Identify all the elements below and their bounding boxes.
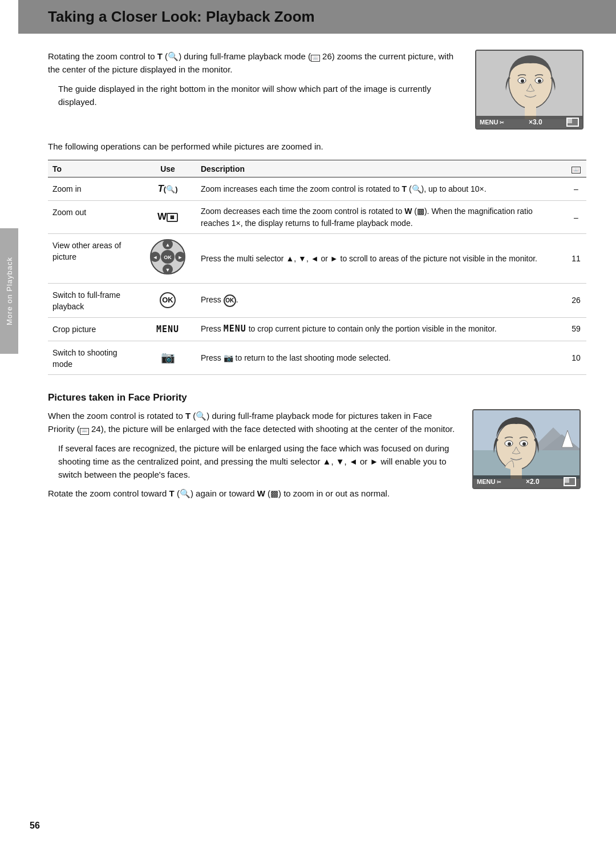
svg-point-23 <box>508 442 511 446</box>
book-icon-header: 📖 <box>572 167 581 173</box>
ok-inline-icon: OK <box>224 294 236 307</box>
t-zoom-icon: T <box>157 183 163 194</box>
row-to-shooting: Switch to shooting mode <box>48 341 139 375</box>
row-desc-zoom-in: Zoom increases each time the zoom contro… <box>196 177 566 201</box>
camera-bottom-bar-1: MENU ✂ ×3.0 <box>476 116 582 128</box>
face-priority-para2: If several faces are recognized, the pic… <box>58 442 459 482</box>
menu-label-2: MENU ✂ <box>477 478 501 485</box>
svg-text:▼: ▼ <box>165 267 171 273</box>
row-to-zoom-in: Zoom in <box>48 177 139 201</box>
multi-selector-svg: ▲ ▼ ◄ ► <box>149 239 186 275</box>
w-face-para3: W <box>257 488 265 498</box>
thumb-nav-2 <box>564 477 576 486</box>
side-tab: More on Playback <box>0 228 18 354</box>
multi-selector-icon: ▲ ▼ ◄ ► <box>149 239 186 275</box>
book-ref-icon: 📖 <box>311 55 320 62</box>
intro-para2: The guide displayed in the right bottom … <box>58 82 459 109</box>
svg-point-21 <box>496 422 536 470</box>
row-desc-zoom-out: Zoom decreases each time the zoom contro… <box>196 201 566 234</box>
menu-inline-icon: MENU <box>224 324 246 334</box>
row-use-crop: MENU <box>139 317 196 341</box>
svg-text:►: ► <box>178 255 183 260</box>
row-use-zoom-out: W▩ <box>139 201 196 234</box>
svg-text:OK: OK <box>164 255 172 260</box>
thumb-highlight-2 <box>565 478 569 483</box>
face-illustration-1 <box>476 51 583 119</box>
ok-button-icon: OK <box>160 292 176 308</box>
face-priority-content: When the zoom control is rotated to T (🔍… <box>48 409 586 506</box>
intro-section: Rotating the zoom control to T (🔍) durin… <box>48 50 586 130</box>
row-use-zoom-in: T(🔍) <box>139 177 196 201</box>
table-header-row: To Use Description 📖 <box>48 160 586 177</box>
svg-text:▲: ▲ <box>165 242 171 248</box>
intro-image-container: MENU ✂ ×3.0 <box>472 50 586 130</box>
row-to-zoom-out: Zoom out <box>48 201 139 234</box>
face-priority-title: Pictures taken in Face Priority <box>48 392 586 403</box>
t-face-inline: T <box>185 411 191 421</box>
face-priority-section: Pictures taken in Face Priority When the… <box>48 392 586 506</box>
svg-text:◄: ◄ <box>153 255 158 260</box>
col-header-to: To <box>48 160 139 177</box>
face-priority-image-container: MENU ✂ ×2.0 <box>472 409 586 506</box>
side-tab-label: More on Playback <box>5 257 14 325</box>
face-priority-text: When the zoom control is rotated to T (🔍… <box>48 409 459 506</box>
page-number: 56 <box>30 821 40 831</box>
row-ref-zoom-out: – <box>566 201 586 234</box>
col-header-description: Description <box>196 160 566 177</box>
row-use-view-areas: ▲ ▼ ◄ ► <box>139 233 196 283</box>
intro-text: Rotating the zoom control to T (🔍) durin… <box>48 50 459 130</box>
w-inline: W <box>404 207 412 216</box>
row-desc-view-areas: Press the multi selector ▲, ▼, ◄ or ► to… <box>196 233 566 283</box>
row-to-full-frame: Switch to full-frame playback <box>48 284 139 318</box>
table-row: Zoom out W▩ Zoom decreases each time the… <box>48 201 586 234</box>
svg-point-25 <box>522 442 526 446</box>
row-ref-full-frame: 26 <box>566 284 586 318</box>
table-row: Crop picture MENU Press MENU to crop cur… <box>48 317 586 341</box>
menu-label-1: MENU ✂ <box>480 119 504 126</box>
row-ref-zoom-in: – <box>566 177 586 201</box>
book-ref-face: 📖 <box>80 428 89 435</box>
camera-display-1: MENU ✂ ×3.0 <box>475 50 583 130</box>
svg-point-3 <box>521 79 524 83</box>
w-zoom-icon: W <box>157 211 167 222</box>
col-header-ref: 📖 <box>566 160 586 177</box>
operations-intro-text: The following operations can be performe… <box>48 140 586 153</box>
table-row: View other areas of picture ▲ <box>48 233 586 283</box>
operations-table: To Use Description 📖 Zoom in T(🔍) Zo <box>48 160 586 375</box>
page-title: Taking a Closer Look: Playback Zoom <box>48 8 586 26</box>
row-to-crop: Crop picture <box>48 317 139 341</box>
t-inline: T <box>402 184 407 193</box>
title-bar: Taking a Closer Look: Playback Zoom <box>18 0 616 34</box>
camera-screen-1: MENU ✂ ×3.0 <box>475 50 583 130</box>
row-desc-crop: Press MENU to crop current picture to co… <box>196 317 566 341</box>
col-header-use: Use <box>139 160 196 177</box>
row-ref-shooting: 10 <box>566 341 586 375</box>
shutter-inline-icon: 📷 <box>224 353 233 362</box>
table-row: Switch to full-frame playback OK Press O… <box>48 284 586 318</box>
zoom-in-symbol: (🔍) <box>164 185 178 193</box>
zoom-level-2: ×2.0 <box>526 478 540 486</box>
thumb-nav-1 <box>566 118 579 127</box>
row-use-full-frame: OK <box>139 284 196 318</box>
row-desc-shooting: Press 📷 to return to the last shooting m… <box>196 341 566 375</box>
zoom-search-symbol: 🔍 <box>168 51 179 61</box>
camera-display-2: MENU ✂ ×2.0 <box>472 409 581 489</box>
w-sub-icon: ▩ <box>167 213 178 222</box>
row-use-shooting: 📷 <box>139 341 196 375</box>
table-row: Switch to shooting mode 📷 Press 📷 to ret… <box>48 341 586 375</box>
table-row: Zoom in T(🔍) Zoom increases each time th… <box>48 177 586 201</box>
camera-bottom-bar-2: MENU ✂ ×2.0 <box>473 475 579 488</box>
row-ref-crop: 59 <box>566 317 586 341</box>
row-ref-view-areas: 11 <box>566 233 586 283</box>
menu-icon-crop: MENU <box>156 324 179 334</box>
thumb-highlight-1 <box>568 119 572 123</box>
t-symbol: T <box>157 51 163 61</box>
svg-point-5 <box>538 79 541 83</box>
zoom-level-1: ×3.0 <box>529 118 542 126</box>
shutter-icon: 📷 <box>161 351 175 364</box>
face-illustration-2 <box>473 410 581 479</box>
row-to-view-areas: View other areas of picture <box>48 233 139 283</box>
intro-para1: Rotating the zoom control to T (🔍) durin… <box>48 50 459 76</box>
w-icon-para3: ▩ <box>270 488 278 498</box>
face-priority-para3: Rotate the zoom control toward T (🔍) aga… <box>48 487 459 500</box>
